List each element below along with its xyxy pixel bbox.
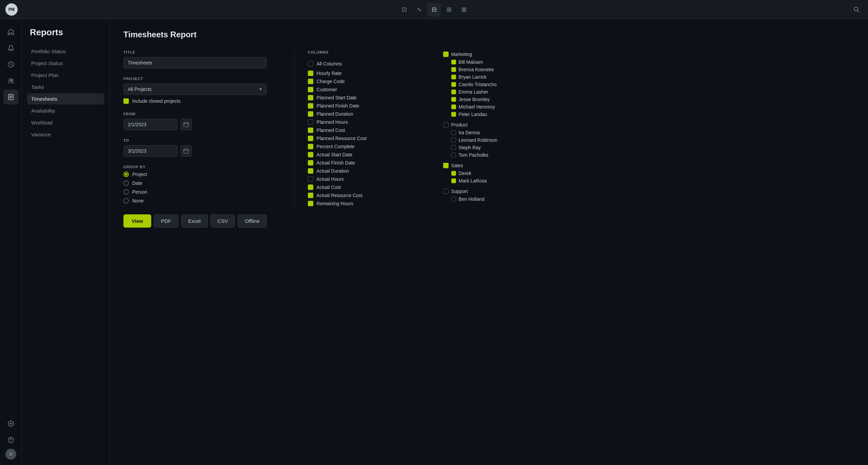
include-closed-checkbox[interactable] [123, 98, 129, 104]
resource-group-checkbox-marketing[interactable] [443, 52, 449, 57]
col-checkbox-planned-start-date[interactable] [308, 95, 313, 100]
col-item-hourly-rate[interactable]: Hourly Rate [308, 69, 402, 77]
resource-member-peter-landau[interactable]: Peter Landau [443, 111, 511, 118]
search-button[interactable] [850, 3, 863, 16]
sidebar-item-portfolio-status[interactable]: Portfolio Status [27, 46, 104, 57]
resource-group-checkbox-product[interactable] [443, 122, 449, 128]
sidebar-item-workload[interactable]: Workload [27, 117, 104, 128]
group-by-option-project[interactable]: Project [123, 172, 267, 177]
col-item-planned-finish-date[interactable]: Planned Finish Date [308, 102, 402, 110]
resource-member-checkbox[interactable] [451, 67, 456, 72]
reports-icon[interactable] [3, 90, 18, 104]
col-checkbox-customer[interactable] [308, 87, 313, 92]
project-select[interactable]: All Projects [123, 83, 267, 95]
col-checkbox-percent-complete[interactable] [308, 144, 313, 149]
from-calendar-button[interactable] [180, 119, 192, 130]
resource-group-header-product[interactable]: Product [443, 121, 511, 129]
resource-group-checkbox-sales[interactable] [443, 163, 449, 168]
resource-member-checkbox[interactable] [451, 197, 456, 201]
all-columns-checkbox[interactable] [308, 61, 313, 66]
resource-member-mark-larosa[interactable]: Mark LaRosa [443, 177, 511, 185]
resource-member-ben-holland[interactable]: Ben Holland [443, 195, 511, 203]
resource-member-camilo-tristancho[interactable]: Camilo Tristancho [443, 81, 511, 88]
col-checkbox-planned-resource-cost[interactable] [308, 136, 313, 141]
col-checkbox-hourly-rate[interactable] [308, 71, 313, 76]
col-item-actual-duration[interactable]: Actual Duration [308, 167, 402, 175]
all-columns-item[interactable]: All Columns [308, 60, 402, 68]
group-by-option-person[interactable]: Person [123, 189, 267, 195]
radio-project[interactable] [123, 172, 129, 177]
col-item-actual-start-date[interactable]: Actual Start Date [308, 151, 402, 159]
resource-member-checkbox[interactable] [451, 90, 456, 94]
resource-member-checkbox[interactable] [451, 130, 456, 135]
add-icon[interactable] [3, 416, 18, 431]
notifications-icon[interactable] [3, 41, 18, 56]
col-item-planned-start-date[interactable]: Planned Start Date [308, 94, 402, 102]
col-item-planned-cost[interactable]: Planned Cost [308, 126, 402, 134]
radio-none[interactable] [123, 198, 129, 204]
col-item-charge-code[interactable]: Charge Code [308, 77, 402, 85]
resource-member-michael-hennesy[interactable]: Michael Hennesy [443, 103, 511, 111]
help-icon[interactable] [3, 432, 18, 447]
sidebar-item-availability[interactable]: Availability [27, 105, 104, 116]
resource-member-checkbox[interactable] [451, 138, 456, 142]
offline-button[interactable]: Offline [238, 214, 267, 228]
col-item-actual-cost[interactable]: Actual Cost [308, 183, 402, 191]
col-checkbox-actual-duration[interactable] [308, 168, 313, 174]
clipboard-icon[interactable]: ⊟ [427, 3, 441, 16]
resource-group-header-marketing[interactable]: Marketing [443, 50, 511, 58]
home-icon[interactable] [3, 24, 18, 39]
resource-member-checkbox[interactable] [451, 104, 456, 109]
col-checkbox-planned-cost[interactable] [308, 128, 313, 133]
resource-member-steph-ray[interactable]: Steph Ray [443, 144, 511, 151]
radio-person[interactable] [123, 189, 129, 195]
sidebar-item-project-plan[interactable]: Project Plan [27, 70, 104, 81]
col-checkbox-planned-hours[interactable] [308, 119, 313, 125]
col-item-actual-finish-date[interactable]: Actual Finish Date [308, 159, 402, 167]
excel-button[interactable]: Excel [181, 214, 208, 228]
col-item-planned-resource-cost[interactable]: Planned Resource Cost [308, 134, 402, 142]
resource-member-derek[interactable]: Derek [443, 170, 511, 177]
resource-member-checkbox[interactable] [451, 171, 456, 176]
col-item-remaining-hours[interactable]: Remaining Hours [308, 199, 402, 208]
pdf-button[interactable]: PDF [154, 214, 178, 228]
resource-member-checkbox[interactable] [451, 82, 456, 87]
resource-group-header-support[interactable]: Support [443, 187, 511, 195]
resource-member-bryan-larrick[interactable]: Bryan Larrick [443, 73, 511, 81]
col-item-planned-hours[interactable]: Planned Hours [308, 118, 402, 126]
group-by-option-date[interactable]: Date [123, 180, 267, 186]
group-by-option-none[interactable]: None [123, 198, 267, 204]
title-input[interactable] [123, 57, 267, 69]
col-item-percent-complete[interactable]: Percent Complete [308, 142, 402, 151]
resource-member-checkbox[interactable] [451, 145, 456, 150]
view-button[interactable]: View [123, 214, 151, 228]
to-calendar-button[interactable] [180, 145, 192, 157]
col-checkbox-charge-code[interactable] [308, 79, 313, 84]
sidebar-item-tasks[interactable]: Tasks [27, 81, 104, 93]
col-item-planned-duration[interactable]: Planned Duration [308, 110, 402, 118]
analytics-icon[interactable]: ∿ [412, 3, 426, 16]
resource-member-brenna-koeneke[interactable]: Brenna Koeneke [443, 66, 511, 73]
resource-group-checkbox-support[interactable] [443, 189, 449, 194]
col-checkbox-remaining-hours[interactable] [308, 201, 313, 206]
from-date-input[interactable] [123, 119, 178, 130]
resource-member-checkbox[interactable] [451, 112, 456, 117]
resource-member-ira-dennis[interactable]: Ira Dennis [443, 129, 511, 136]
col-item-actual-hours[interactable]: Actual Hours [308, 175, 402, 183]
hierarchy-icon[interactable]: ⊠ [457, 3, 471, 16]
link-icon[interactable]: ⊞ [442, 3, 456, 16]
resource-group-header-sales[interactable]: Sales [443, 161, 511, 170]
sidebar-item-timesheets[interactable]: Timesheets [27, 93, 104, 104]
resource-member-leonard-robinson[interactable]: Leonard Robinson [443, 136, 511, 144]
resource-member-checkbox[interactable] [451, 178, 456, 183]
timesheets-icon[interactable] [3, 57, 18, 72]
screenshot-icon[interactable]: ⊡ [397, 3, 411, 16]
col-item-actual-resource-cost[interactable]: Actual Resource Cost [308, 191, 402, 199]
include-closed-row[interactable]: Include closed projects [123, 98, 267, 104]
col-checkbox-actual-start-date[interactable] [308, 152, 313, 157]
to-date-input[interactable] [123, 145, 178, 157]
resource-member-bill-malsam[interactable]: Bill Malsam [443, 58, 511, 66]
resource-member-checkbox[interactable] [451, 60, 456, 64]
pm-logo[interactable]: PM [5, 3, 18, 16]
resource-member-checkbox[interactable] [451, 97, 456, 102]
